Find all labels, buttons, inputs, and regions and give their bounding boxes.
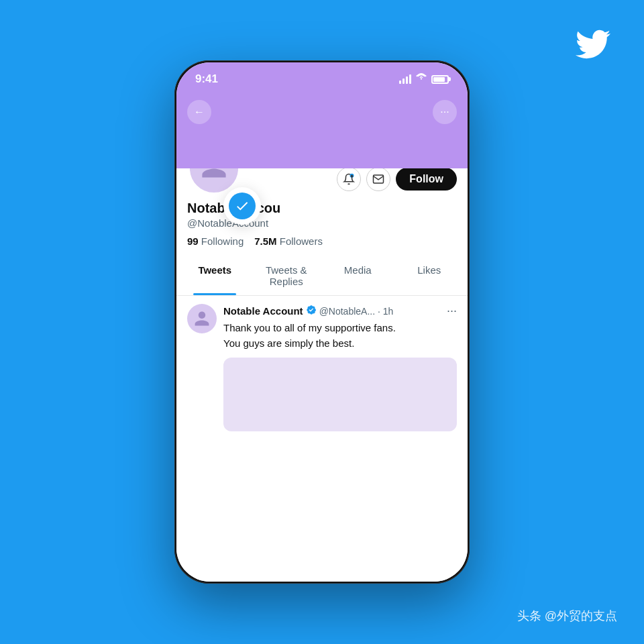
message-button[interactable] xyxy=(366,168,390,191)
header-nav: ← ··· xyxy=(187,100,457,124)
svg-text:+: + xyxy=(352,174,354,178)
tweet-body: Notable Account @NotableA... · 1h xyxy=(223,304,457,431)
profile-info: Notable Accou @NotableAccount 99 Followi… xyxy=(176,195,468,247)
header-banner xyxy=(187,135,457,168)
tweet-item: Notable Account @NotableA... · 1h xyxy=(187,304,457,431)
back-button[interactable]: ← xyxy=(187,100,211,124)
avatar-icon xyxy=(199,168,229,186)
tab-likes[interactable]: Likes xyxy=(394,256,466,295)
wifi-icon xyxy=(415,72,427,87)
following-count: 99 xyxy=(187,235,199,247)
watermark: 头条 @外贸的支点 xyxy=(517,608,617,624)
profile-avatar-row: + Follow xyxy=(176,168,468,195)
phone-screen: 9:41 xyxy=(176,62,468,582)
profile-tabs: Tweets Tweets & Replies Media Likes xyxy=(176,256,468,296)
profile-stats: 99 Following 7.5M Followers xyxy=(187,235,457,247)
tab-tweets-replies[interactable]: Tweets & Replies xyxy=(251,256,323,295)
following-label: Following xyxy=(201,235,244,247)
profile-actions: + Follow xyxy=(337,168,457,191)
signal-bars xyxy=(399,74,411,84)
tweet-handle-time: @NotableA... · 1h xyxy=(319,306,394,317)
tweet-text: Thank you to all of my supportive fans. … xyxy=(223,321,457,351)
phone-frame: 9:41 xyxy=(174,60,470,584)
tweet-header: Notable Account @NotableA... · 1h xyxy=(223,304,457,318)
status-bar: 9:41 xyxy=(176,62,468,92)
tweet-media xyxy=(223,358,457,431)
profile-content: + Follow Notable Acco xyxy=(176,168,468,582)
tweet-more-button[interactable]: ··· xyxy=(447,304,457,318)
twitter-logo-corner xyxy=(576,27,610,70)
followers-count: 7.5M xyxy=(254,235,276,247)
signal-bar-2 xyxy=(402,78,405,84)
status-icons xyxy=(399,72,449,87)
profile-handle: @NotableAccount xyxy=(187,217,457,229)
tab-tweets[interactable]: Tweets xyxy=(179,256,251,295)
followers-stat: 7.5M Followers xyxy=(254,235,323,247)
following-stat: 99 Following xyxy=(187,235,244,247)
tweet-author-name: Notable Account xyxy=(223,305,303,317)
follow-button[interactable]: Follow xyxy=(396,168,457,191)
tweet-verified-icon xyxy=(306,305,317,317)
battery-icon xyxy=(431,75,449,84)
followers-label: Followers xyxy=(280,235,323,247)
tweet-avatar xyxy=(187,304,217,333)
verified-check-icon xyxy=(229,193,256,219)
verified-badge-popup xyxy=(223,187,261,225)
tweet-list: Notable Account @NotableA... · 1h xyxy=(176,296,468,439)
tab-media[interactable]: Media xyxy=(322,256,394,295)
signal-bar-3 xyxy=(406,76,408,84)
more-button[interactable]: ··· xyxy=(433,100,457,124)
battery-fill xyxy=(433,77,445,82)
status-time: 9:41 xyxy=(195,72,218,86)
notification-button[interactable]: + xyxy=(337,168,361,191)
signal-bar-4 xyxy=(409,74,411,84)
signal-bar-1 xyxy=(399,80,401,84)
phone-container: 9:41 xyxy=(174,60,470,584)
profile-header: ← ··· xyxy=(176,92,468,168)
tweet-author-row: Notable Account @NotableA... · 1h xyxy=(223,305,393,317)
